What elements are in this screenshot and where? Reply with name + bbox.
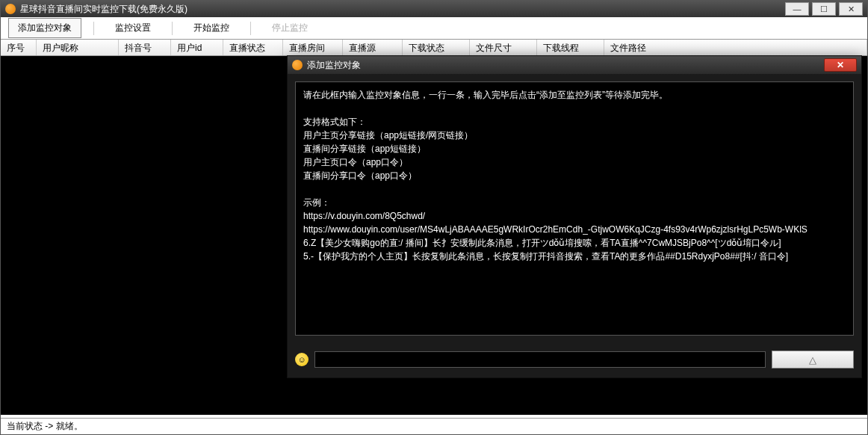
separator — [250, 22, 251, 35]
table-header: 序号 用户昵称 抖音号 用户id 直播状态 直播房间 直播源 下载状态 文件尺寸… — [1, 40, 867, 56]
toolbar: 添加监控对象 监控设置 开始监控 停止监控 — [1, 17, 867, 40]
dialog-submit-button[interactable]: △ — [772, 351, 854, 368]
stop-monitor-button: 停止监控 — [263, 19, 317, 37]
col-source[interactable]: 直播源 — [343, 40, 403, 55]
separator — [172, 22, 173, 35]
maximize-button[interactable]: ☐ — [812, 2, 836, 16]
dialog-titlebar: 添加监控对象 ✕ — [288, 56, 861, 74]
col-dlstat[interactable]: 下载状态 — [403, 40, 470, 55]
status-bar: 当前状态 -> 就绪。 — [1, 418, 867, 434]
smiley-icon: ☺ — [295, 353, 309, 366]
window-title: 星球抖音直播间实时监控下载(免费永久版) — [20, 3, 187, 16]
monitor-settings-button[interactable]: 监控设置 — [106, 19, 160, 37]
col-index[interactable]: 序号 — [1, 40, 37, 55]
col-livestat[interactable]: 直播状态 — [223, 40, 283, 55]
start-monitor-button[interactable]: 开始监控 — [185, 19, 238, 37]
col-userid[interactable]: 用户id — [171, 40, 223, 55]
dialog-input[interactable] — [314, 351, 766, 368]
col-filepath[interactable]: 文件路径 — [604, 40, 867, 55]
col-thread[interactable]: 下载线程 — [537, 40, 604, 55]
main-titlebar: 星球抖音直播间实时监控下载(免费永久版) — ☐ ✕ — [1, 1, 867, 17]
col-filesize[interactable]: 文件尺寸 — [470, 40, 537, 55]
dialog-close-button[interactable]: ✕ — [824, 58, 857, 72]
col-douyinid[interactable]: 抖音号 — [119, 40, 171, 55]
add-target-button[interactable]: 添加监控对象 — [8, 18, 81, 38]
minimize-button[interactable]: — — [785, 2, 809, 16]
status-text: 当前状态 -> 就绪。 — [7, 420, 83, 433]
col-liveroom[interactable]: 直播房间 — [283, 40, 343, 55]
dialog-icon — [292, 60, 303, 70]
separator — [93, 22, 94, 35]
close-button[interactable]: ✕ — [839, 2, 863, 16]
add-target-dialog: 添加监控对象 ✕ ☺ △ — [287, 55, 862, 378]
dialog-title: 添加监控对象 — [307, 59, 361, 72]
col-nickname[interactable]: 用户昵称 — [37, 40, 119, 55]
app-icon — [5, 4, 16, 14]
targets-textarea[interactable] — [295, 81, 854, 336]
